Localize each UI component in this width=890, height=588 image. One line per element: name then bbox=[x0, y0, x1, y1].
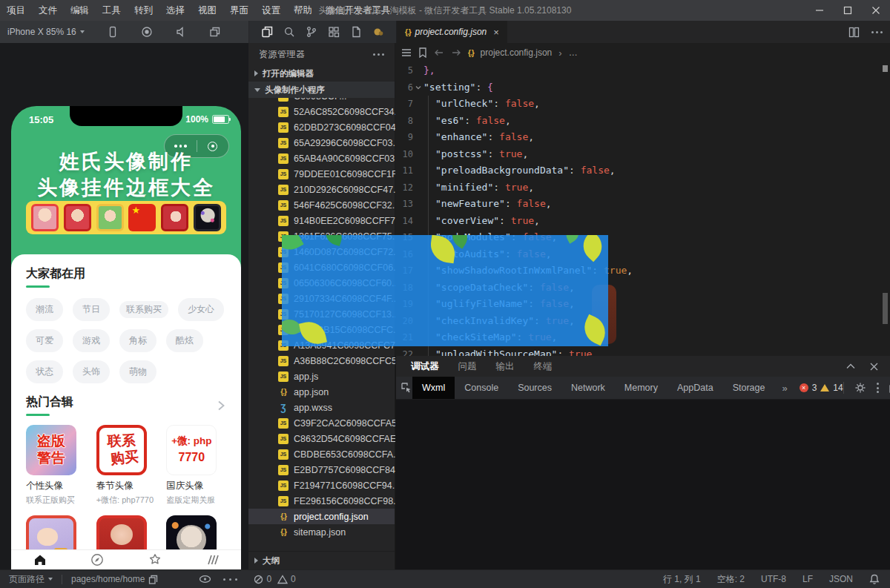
code-line[interactable]: 10"postcss": true, bbox=[395, 146, 890, 163]
file-row[interactable]: 65A29296C6098CCF03... bbox=[248, 135, 395, 151]
code-line[interactable]: 12"minified": true, bbox=[395, 179, 890, 196]
encoding[interactable]: UTF-8 bbox=[761, 574, 786, 584]
code-line[interactable]: 6"setting": { bbox=[395, 79, 890, 96]
cursor-position[interactable]: 行 1, 列 1 bbox=[663, 573, 701, 586]
file-row[interactable]: 914B0EE2C6098CCFF7... bbox=[248, 213, 395, 228]
close-button[interactable] bbox=[862, 0, 890, 21]
eol-setting[interactable]: LF bbox=[802, 574, 813, 584]
code-line[interactable]: 9"enhance": false, bbox=[395, 129, 890, 146]
devtools-tab[interactable]: Memory bbox=[615, 377, 668, 399]
menubar-item[interactable]: 工具 bbox=[96, 0, 128, 21]
file-row[interactable]: sitemap.json bbox=[248, 524, 395, 540]
file-row[interactable]: 62DBD273C6098CCF04... bbox=[248, 119, 395, 135]
code-line[interactable]: 13"newFeature": false, bbox=[395, 196, 890, 213]
close-panel-icon[interactable] bbox=[870, 363, 878, 371]
devtools-tab[interactable]: Sources bbox=[508, 377, 561, 399]
coverview-ad-overlay[interactable] bbox=[282, 235, 608, 346]
category-tag[interactable]: 可爱 bbox=[26, 329, 63, 352]
outline-section[interactable]: 大纲 bbox=[248, 551, 395, 569]
category-tag[interactable]: 状态 bbox=[26, 360, 63, 383]
collection-card[interactable]: +微: php 7770 国庆头像 盗版定期关服 bbox=[166, 425, 226, 506]
menubar-item[interactable]: 选择 bbox=[159, 0, 191, 21]
code-line[interactable]: 22"uploadWithSourceMap": true bbox=[395, 346, 890, 357]
file-icon[interactable] bbox=[350, 26, 362, 38]
file-row[interactable]: app.json bbox=[248, 384, 395, 400]
project-root-section[interactable]: 头像制作小程序 bbox=[248, 82, 395, 98]
minimize-button[interactable] bbox=[805, 0, 834, 21]
file-row[interactable]: project.config.json bbox=[248, 509, 395, 524]
debugger-tab[interactable]: 问题 bbox=[458, 360, 477, 373]
tab-project-config-json[interactable]: {.} project.config.json × bbox=[397, 21, 507, 43]
menubar-item[interactable]: 文件 bbox=[32, 0, 64, 21]
code-line[interactable]: 8"es6": false, bbox=[395, 113, 890, 130]
file-row[interactable]: E2BD7757C6098CCF84... bbox=[248, 462, 395, 478]
git-branch-icon[interactable] bbox=[306, 26, 317, 38]
chevron-right-icon[interactable] bbox=[216, 400, 226, 412]
file-row[interactable]: 210D2926C6098CCF47... bbox=[248, 182, 395, 197]
menubar-item[interactable]: 设置 bbox=[255, 0, 287, 21]
menubar-item[interactable]: 界面 bbox=[223, 0, 255, 21]
tab-close-icon[interactable]: × bbox=[493, 27, 499, 38]
capsule-more-button[interactable] bbox=[165, 145, 197, 148]
file-row[interactable]: app.wxss bbox=[248, 400, 395, 415]
category-tag[interactable]: 酷炫 bbox=[166, 329, 203, 352]
language-mode[interactable]: JSON bbox=[829, 574, 853, 584]
back-arrow-icon[interactable] bbox=[434, 48, 444, 57]
devtools-tab[interactable]: AppData bbox=[668, 377, 723, 399]
preview-eye-icon[interactable] bbox=[199, 575, 211, 584]
bell-icon[interactable] bbox=[869, 574, 880, 585]
breadcrumb-file[interactable]: project.config.json bbox=[481, 47, 553, 58]
file-row[interactable]: F2194771C6098CCF94... bbox=[248, 478, 395, 493]
file-row[interactable]: 65AB4A90C6098CCF03... bbox=[248, 151, 395, 166]
file-row[interactable]: C8632D54C6098CCFAE... bbox=[248, 431, 395, 446]
file-row[interactable]: 546F4625C6098CCF32... bbox=[248, 197, 395, 213]
bookmark-icon[interactable] bbox=[418, 47, 427, 58]
page-path-value[interactable]: pages/home/home bbox=[71, 574, 158, 584]
explorer-more-icon[interactable] bbox=[373, 53, 384, 56]
collection-card[interactable]: 联系 购买 春节头像 +微信: php7770 bbox=[96, 425, 156, 506]
debugger-tab[interactable]: 输出 bbox=[496, 360, 515, 373]
multi-window-icon[interactable] bbox=[209, 26, 221, 38]
phone-mode-icon[interactable] bbox=[107, 26, 119, 38]
collection-card[interactable]: 盗版 警告 个性头像 联系正版购买 bbox=[26, 425, 86, 506]
file-row[interactable]: 79DDEE01C6098CCF1F... bbox=[248, 166, 395, 182]
category-tag[interactable]: 角标 bbox=[119, 329, 156, 352]
category-tag[interactable]: 联系购买 bbox=[119, 301, 168, 317]
devtools-tab[interactable]: Wxml bbox=[412, 377, 455, 399]
editor-scrollbar[interactable] bbox=[883, 293, 888, 324]
record-icon[interactable] bbox=[141, 26, 153, 38]
debugger-tab[interactable]: 调试器 bbox=[411, 360, 439, 373]
menubar-item[interactable]: 帮助 bbox=[287, 0, 319, 21]
indent-setting[interactable]: 空格: 2 bbox=[717, 573, 745, 586]
category-tag[interactable]: 节日 bbox=[73, 298, 110, 321]
gear-icon[interactable] bbox=[854, 382, 866, 394]
category-tag[interactable]: 游戏 bbox=[73, 329, 110, 352]
category-tag[interactable]: 少女心 bbox=[178, 298, 224, 321]
console-badges[interactable]: × 3 14 bbox=[800, 383, 843, 393]
breadcrumb-more[interactable]: … bbox=[569, 47, 578, 58]
split-editor-icon[interactable] bbox=[848, 27, 860, 38]
inspect-element-icon[interactable] bbox=[400, 377, 412, 399]
menubar-item[interactable]: 项目 bbox=[0, 0, 32, 21]
file-row[interactable]: A36B88C2C6098CCFC5... bbox=[248, 353, 395, 369]
avatar-banner[interactable] bbox=[26, 201, 226, 234]
editor-more-actions-icon[interactable] bbox=[871, 31, 883, 33]
file-row[interactable]: app.js bbox=[248, 369, 395, 384]
search-icon[interactable] bbox=[283, 26, 295, 38]
menubar-item[interactable]: 编辑 bbox=[64, 0, 96, 21]
code-line[interactable]: 7"urlCheck": false, bbox=[395, 96, 890, 113]
file-row[interactable]: CBDBE653C6098CCFA... bbox=[248, 446, 395, 462]
devtools-menu-icon[interactable] bbox=[877, 383, 879, 393]
category-tag[interactable]: 头饰 bbox=[73, 360, 110, 383]
devtools-tab[interactable]: Storage bbox=[723, 377, 775, 399]
wechat-logo-icon[interactable] bbox=[372, 26, 384, 38]
copy-icon[interactable] bbox=[148, 575, 158, 584]
code-line[interactable]: 5}, bbox=[395, 62, 890, 79]
page-path-selector[interactable]: 页面路径 bbox=[9, 573, 53, 586]
menubar-item[interactable]: 转到 bbox=[128, 0, 159, 21]
forward-arrow-icon[interactable] bbox=[451, 48, 461, 57]
new-file-icon[interactable] bbox=[261, 26, 273, 38]
mute-icon[interactable] bbox=[175, 26, 187, 38]
maximize-button[interactable] bbox=[834, 0, 862, 21]
file-row[interactable]: 52A6C852C6098CCF34... bbox=[248, 104, 395, 119]
